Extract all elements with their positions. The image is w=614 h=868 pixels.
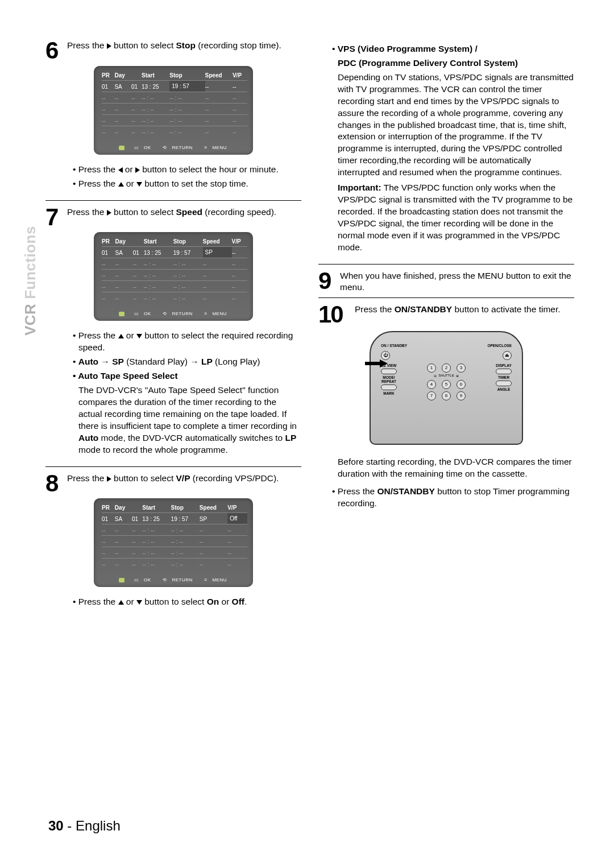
display-button <box>496 369 512 374</box>
nav-icon <box>119 311 126 316</box>
osd-blank-row: -------- : ---- : ------ <box>102 292 247 304</box>
ok-label: ▭ OK <box>134 311 155 316</box>
divider <box>45 200 301 201</box>
step-6-bullets: • Press the or button to select the hour… <box>45 160 301 198</box>
right-icon <box>135 167 140 173</box>
osd-footer: ▭ OK ⟲ RETURN ≡ MENU <box>102 577 247 582</box>
step-8-text: Press the button to select V/P (recordin… <box>67 473 279 484</box>
up-icon <box>118 182 124 187</box>
nav-icon <box>119 577 126 582</box>
play-right-icon <box>107 43 111 49</box>
bullet-body: The DVD-VCR's "Auto Tape Speed Select" f… <box>73 385 301 456</box>
step-10-text: Press the ON/STANDBY button to activate … <box>355 304 561 315</box>
step-7-bullets: • Press the or button to select the requ… <box>45 326 301 464</box>
osd-blank-row: -------- : ---- : ------ <box>102 258 247 270</box>
osd-data-row: 01SA0113 : 2519 : 57---- <box>102 80 247 92</box>
osd-blank-row: -------- : ---- : ------ <box>102 126 247 137</box>
step-10-below: Before starting recording, the DVD-VCR c… <box>318 453 574 518</box>
num-7: 7 <box>427 391 436 400</box>
ezview-button <box>381 369 397 374</box>
num-3: 3 <box>457 363 466 373</box>
osd-blank-row: -------- : ---- : ------ <box>102 536 247 547</box>
num-9: 9 <box>457 391 466 400</box>
step-6: 6 Press the button to select Stop (recor… <box>45 40 301 61</box>
openclose-button: ⏏ <box>503 351 512 360</box>
osd-header-row: PRDayStartStopSpeedV/P <box>102 503 247 513</box>
bullet-heading: • Auto Tape Speed Select <box>73 370 301 382</box>
return-label: ⟲ RETURN <box>163 577 196 582</box>
step-10-below-text: Before starting recording, the DVD-VCR c… <box>332 456 574 480</box>
menu-label: ≡ MENU <box>205 577 230 582</box>
osd-blank-row: -------- : ---- : ------ <box>102 547 247 559</box>
number-pad: 123 ⊖ SHUTTLE ⊕ 456 789 <box>427 363 466 400</box>
return-label: ⟲ RETURN <box>163 311 196 316</box>
step-10: 10 Press the ON/STANDBY button to activa… <box>318 304 574 325</box>
openclose-label: OPEN/CLOSE <box>487 344 512 348</box>
page-footer: 30 - English <box>48 818 121 834</box>
step-8-number: 8 <box>45 473 63 494</box>
osd-footer: ▭ OK ⟲ RETURN ≡ MENU <box>102 145 247 150</box>
bullet: • Press the or button to set the stop ti… <box>73 178 301 190</box>
page-language: English <box>76 818 121 833</box>
ok-label: ▭ OK <box>134 145 155 150</box>
shuttle-label: ⊖ SHUTTLE ⊕ <box>434 374 458 378</box>
down-icon <box>136 600 142 605</box>
vps-heading2: PDC (Programme Delivery Control System) <box>332 57 574 69</box>
osd-blank-row: -------- : ---- : ------ <box>102 281 247 292</box>
step-7-text: Press the button to select Speed (record… <box>67 206 276 218</box>
num-4: 4 <box>427 380 436 389</box>
step-8-bullets: • Press the or button to select On or Of… <box>45 593 301 616</box>
osd-blank-row: -------- : ---- : ------ <box>102 114 247 126</box>
osd-blank-row: -------- : ---- : ------ <box>102 103 247 114</box>
menu-label: ≡ MENU <box>205 311 230 316</box>
osd-blank-row: -------- : ---- : ------ <box>102 270 247 281</box>
side-label-bold: VCR <box>22 304 39 336</box>
osd-data-row: 01SA0113 : 2519 : 57SPOff <box>102 513 247 524</box>
vps-important: Important: The VPS/PDC function only wor… <box>332 182 574 254</box>
onstandby-button: ⏻ <box>381 351 390 360</box>
step-7: 7 Press the button to select Speed (reco… <box>45 206 301 228</box>
osd-panel-speed: PRDayStartStopSpeedV/P 01SA0113 : 2519 :… <box>94 232 253 321</box>
num-2: 2 <box>442 363 451 373</box>
play-right-icon <box>107 476 111 482</box>
step-10-bullet: • Press the ON/STANDBY button to stop Ti… <box>332 486 574 510</box>
step-10-number: 10 <box>318 304 350 325</box>
side-section-label: VCR Functions <box>22 226 39 336</box>
bullet: • Press the or button to select the hour… <box>73 164 301 176</box>
step-6-text: Press the button to select Stop (recordi… <box>67 40 281 51</box>
menu-label: ≡ MENU <box>205 145 230 150</box>
down-icon <box>136 182 142 187</box>
up-icon <box>118 334 124 338</box>
pointer-arrow-icon <box>380 359 388 367</box>
return-label: ⟲ RETURN <box>163 145 196 150</box>
nav-icon <box>119 145 126 150</box>
down-icon <box>136 334 142 338</box>
osd-blank-row: -------- : ---- : ------ <box>102 92 247 103</box>
vps-heading: • VPS (Video Programme System) / <box>332 43 574 55</box>
display-label: DISPLAY <box>496 363 512 367</box>
bullet: • Press the or button to select the requ… <box>73 330 301 354</box>
step-9: 9 When you have finished, press the MENU… <box>318 270 574 293</box>
remote-illustration: ON / STANDBY OPEN/CLOSE ⏻ ⏏ EZ VIEW MODE… <box>370 331 523 445</box>
osd-footer: ▭ OK ⟲ RETURN ≡ MENU <box>102 311 247 316</box>
osd-header-row: PRDayStartStopSpeedV/P <box>102 237 247 247</box>
timer-button <box>496 381 512 386</box>
mark-label: MARK <box>383 391 395 395</box>
up-icon <box>118 600 124 605</box>
osd-panel-vp: PRDayStartStopSpeedV/P 01SA0113 : 2519 :… <box>94 498 253 587</box>
osd-panel-stop: PRDayStartStopSpeedV/P 01SA0113 : 2519 :… <box>94 66 253 155</box>
divider <box>45 466 301 467</box>
side-label-light: Functions <box>22 226 39 303</box>
num-6: 6 <box>457 380 466 389</box>
page-number: 30 <box>48 818 64 833</box>
ok-label: ▭ OK <box>134 577 155 582</box>
osd-header-row: PRDayStartStopSpeedV/P <box>102 71 247 81</box>
osd-blank-row: -------- : ---- : ------ <box>102 524 247 536</box>
left-icon <box>118 167 123 173</box>
vps-body1: Depending on TV stations, VPS/PDC signal… <box>332 72 574 179</box>
step-9-text: When you have finished, press the MENU b… <box>340 270 574 293</box>
num-8: 8 <box>442 391 451 400</box>
bullet: • Auto → SP (Standard Play) → LP (Long P… <box>73 356 301 368</box>
divider <box>318 264 574 264</box>
num-5: 5 <box>442 380 451 389</box>
